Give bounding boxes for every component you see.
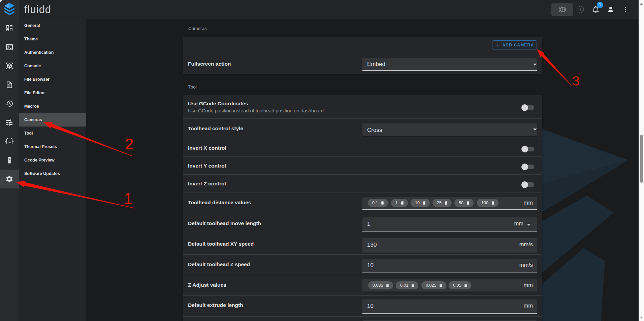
svg-text:1: 1 bbox=[124, 190, 133, 207]
svg-text:2: 2 bbox=[125, 135, 134, 153]
svg-text:3: 3 bbox=[572, 74, 580, 88]
